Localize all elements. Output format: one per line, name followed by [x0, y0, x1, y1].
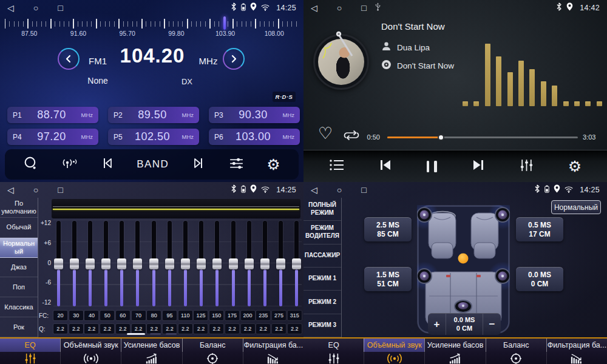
eq-band-slider[interactable] — [133, 220, 143, 308]
home-icon[interactable]: ○ — [337, 182, 342, 198]
slider-handle[interactable] — [133, 258, 142, 269]
slider-handle[interactable] — [292, 258, 301, 269]
delay-rear-left[interactable]: 1.5 MS 51 CM — [364, 267, 412, 291]
tuning-scale[interactable]: 87.5091.6095.7099.80103.90108.00 — [5, 18, 299, 39]
eq-band-slider[interactable] — [228, 220, 238, 308]
recents-icon[interactable]: □ — [58, 0, 63, 16]
eq-band-slider[interactable] — [260, 220, 270, 308]
q-value-chip[interactable]: 2.2 — [178, 324, 192, 334]
delay-decrease-button[interactable]: − — [483, 314, 501, 335]
audio-tab[interactable]: Усиление басов — [424, 339, 485, 352]
q-value-chip[interactable]: 2.2 — [272, 324, 286, 334]
listening-mode-item[interactable]: ПАССАЖИР — [304, 244, 341, 268]
eq-preset-item[interactable]: Нормальный — [0, 238, 38, 258]
eq-band-slider[interactable] — [181, 220, 191, 308]
playlist-icon[interactable] — [329, 158, 345, 174]
listening-mode-item[interactable]: РЕЖИМ ВОДИТЕЛЯ — [304, 221, 341, 244]
eq-preset-item[interactable]: По умолчанию — [0, 198, 38, 218]
fc-value-chip[interactable]: 60 — [116, 311, 130, 320]
recents-icon[interactable]: □ — [58, 182, 63, 198]
q-value-chip[interactable]: 2.2 — [53, 324, 67, 334]
next-station-button[interactable] — [191, 157, 206, 172]
tune-up-button[interactable] — [223, 48, 245, 70]
eq-band-slider[interactable] — [197, 220, 206, 308]
q-value-chip[interactable]: 2.2 — [84, 324, 98, 334]
bass-boost-tab-icon[interactable] — [121, 352, 181, 364]
q-value-chip[interactable]: 2.2 — [256, 324, 270, 334]
repeat-icon[interactable] — [342, 129, 361, 144]
eq-preset-item[interactable]: Джаз — [0, 258, 38, 278]
filter-tab-icon[interactable] — [243, 352, 304, 364]
slider-handle[interactable] — [229, 258, 238, 269]
fc-value-chip[interactable]: 150 — [209, 311, 223, 320]
eq-band-slider[interactable] — [53, 220, 63, 308]
fc-value-chip[interactable]: 20 — [53, 311, 67, 320]
eq-tab-icon[interactable] — [304, 352, 364, 364]
preset-button[interactable]: P1 88.70 MHz — [7, 107, 98, 123]
q-value-chip[interactable]: 2.2 — [209, 324, 223, 334]
eq-preset-item[interactable]: Обычай — [0, 218, 38, 238]
q-value-chip[interactable]: 2.2 — [116, 324, 130, 334]
fc-value-chip[interactable]: 50 — [100, 311, 114, 320]
back-icon[interactable]: ◁ — [7, 182, 14, 198]
q-value-chip[interactable]: 2.2 — [288, 324, 302, 334]
delay-front-right[interactable]: 0.5 MS 17 CM — [516, 217, 563, 241]
previous-station-button[interactable] — [100, 157, 115, 172]
progress-bar[interactable] — [387, 136, 578, 138]
audio-tab[interactable]: Баланс — [486, 339, 546, 352]
preset-button[interactable]: P4 97.20 MHz — [7, 129, 98, 145]
audio-tab[interactable]: EQ — [0, 339, 60, 352]
fc-value-chip[interactable]: 80 — [147, 311, 161, 320]
preset-button[interactable]: P5 102.50 MHz — [108, 129, 199, 145]
fc-value-chip[interactable]: 70 — [132, 311, 146, 320]
home-icon[interactable]: ○ — [33, 0, 38, 16]
slider-handle[interactable] — [212, 258, 222, 269]
next-track-button[interactable] — [471, 158, 486, 174]
audio-tab[interactable]: Усиление басов — [121, 339, 181, 352]
slider-handle[interactable] — [197, 258, 206, 269]
home-icon[interactable]: ○ — [337, 0, 342, 16]
q-value-chip[interactable]: 2.2 — [132, 324, 146, 334]
back-icon[interactable]: ◁ — [7, 0, 14, 16]
sliders-icon[interactable] — [228, 157, 245, 173]
tune-down-button[interactable] — [58, 48, 80, 70]
balance-tab-icon[interactable] — [486, 352, 546, 364]
surround-tab-icon[interactable] — [60, 352, 121, 364]
eq-band-slider[interactable] — [276, 220, 286, 308]
slider-handle[interactable] — [165, 258, 174, 269]
eq-band-slider[interactable] — [69, 220, 79, 308]
slider-handle[interactable] — [149, 258, 158, 269]
eq-band-slider[interactable] — [212, 220, 222, 308]
search-stations-button[interactable] — [23, 156, 38, 174]
audio-tab[interactable]: Фильтрация ба... — [546, 339, 607, 352]
fc-value-chip[interactable]: 40 — [84, 311, 98, 320]
filter-tab-icon[interactable] — [546, 352, 607, 364]
fc-value-chip[interactable]: 200 — [241, 311, 255, 320]
preset-button[interactable]: P2 89.50 MHz — [108, 107, 199, 123]
bass-boost-tab-icon[interactable] — [424, 352, 485, 364]
eq-preset-item[interactable]: Поп — [0, 277, 38, 297]
eq-tab-icon[interactable] — [0, 352, 60, 364]
fc-value-chip[interactable]: 315 — [288, 311, 302, 320]
previous-track-button[interactable] — [378, 158, 393, 174]
home-icon[interactable]: ○ — [33, 182, 38, 198]
delay-rear-right[interactable]: 0.0 MS 0 CM — [516, 267, 563, 291]
back-icon[interactable]: ◁ — [311, 0, 317, 16]
progress-knob[interactable] — [438, 134, 444, 141]
recents-icon[interactable]: □ — [361, 182, 366, 198]
audio-tab[interactable]: EQ — [304, 339, 364, 352]
fc-value-chip[interactable]: 235 — [256, 311, 270, 320]
slider-handle[interactable] — [181, 258, 190, 269]
slider-handle[interactable] — [70, 258, 79, 269]
fc-value-chip[interactable]: 95 — [163, 311, 177, 320]
eq-band-slider[interactable] — [164, 220, 174, 308]
profile-button[interactable]: Нормальный — [551, 200, 601, 214]
eq-band-slider[interactable] — [292, 220, 302, 308]
delay-increase-button[interactable]: + — [428, 314, 446, 335]
slider-handle[interactable] — [276, 258, 285, 269]
surround-tab-icon[interactable] — [364, 352, 424, 364]
listening-mode-item[interactable]: РЕЖИМ 1 — [304, 268, 341, 291]
slider-handle[interactable] — [117, 258, 126, 269]
eq-band-slider[interactable] — [244, 220, 254, 308]
slider-handle[interactable] — [54, 258, 63, 269]
